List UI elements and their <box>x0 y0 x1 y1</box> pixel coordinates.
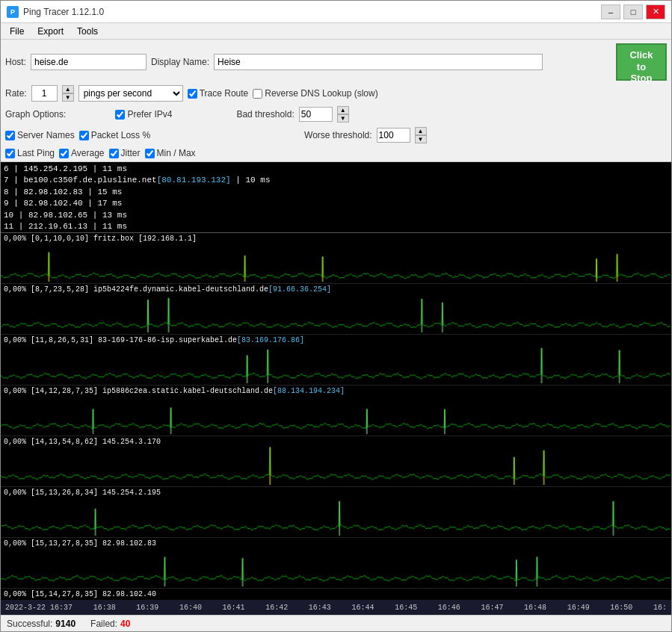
graph-label: 0,00% [15,14,27,8,35] 82.98.102.40 <box>4 590 156 598</box>
title-controls: – □ ✕ <box>601 4 665 19</box>
rate-input[interactable] <box>31 85 58 102</box>
timeline-label: 16: <box>653 604 667 612</box>
rate-spinner: ▲ ▼ <box>62 85 74 102</box>
timeline-bar: 2022-3-22 16:3716:3816:3916:4016:4116:42… <box>1 600 671 615</box>
graphs-container[interactable]: 0,00% [0,1,10,0,10] fritz.box [192.168.1… <box>1 233 671 600</box>
menu-bar: File Export Tools <box>1 23 671 40</box>
title-bar-left: P Ping Tracer 1.12.1.0 <box>7 6 104 18</box>
timeline-label: 16:39 <box>136 604 158 612</box>
graph-row: 0,00% [15,14,27,8,35] 82.98.102.40 <box>1 589 671 600</box>
worse-threshold-input[interactable] <box>377 128 410 143</box>
trace-route-label: Trace Route <box>200 88 249 99</box>
last-ping-label: Last Ping <box>17 148 55 158</box>
graph-row: 0,00% [14,13,54,8,62] 145.254.3.170 <box>1 436 671 487</box>
bad-down-button[interactable]: ▼ <box>337 114 349 123</box>
bad-up-button[interactable]: ▲ <box>337 106 349 114</box>
minimize-button[interactable]: – <box>601 4 620 19</box>
worse-threshold-spinner: ▲ ▼ <box>415 127 427 143</box>
min-max-wrap: Min / Max <box>145 148 196 158</box>
server-names-label: Server Names <box>17 130 75 140</box>
timeline-label: 2022-3-22 16:37 <box>5 604 73 612</box>
timeline-label: 16:46 <box>438 604 460 612</box>
click-to-stop-button[interactable]: Click to Stop <box>616 43 667 81</box>
worse-up-button[interactable]: ▲ <box>415 127 427 135</box>
window-title: Ping Tracer 1.12.1.0 <box>23 7 104 17</box>
jitter-label: Jitter <box>121 148 141 158</box>
graph-row: 0,00% [0,1,10,0,10] fritz.box [192.168.1… <box>1 233 671 284</box>
worse-threshold-label: Worse threshold: <box>304 130 372 140</box>
average-label: Average <box>71 148 104 158</box>
timeline-label: 16:42 <box>265 604 288 612</box>
reverse-dns-label: Reverse DNS Lookup (slow) <box>265 88 377 99</box>
graph-row: 0,00% [15,13,26,8,34] 145.254.2.195 <box>1 487 671 538</box>
min-max-checkbox[interactable] <box>145 149 155 158</box>
graph-label: 0,00% [15,13,27,8,35] 82.98.102.83 <box>4 539 156 548</box>
packet-loss-wrap: Packet Loss % <box>79 130 150 140</box>
failed-value: 40 <box>120 619 130 629</box>
worse-down-button[interactable]: ▼ <box>415 135 427 143</box>
prefer-ipv4-checkbox[interactable] <box>115 110 125 120</box>
successful-label: Successful: <box>7 619 52 629</box>
host-input[interactable] <box>31 54 147 70</box>
graph-row: 0,00% [14,12,28,7,35] ip5886c2ea.static.… <box>1 385 671 436</box>
graph-label: 0,00% [14,13,54,8,62] 145.254.3.170 <box>4 438 161 446</box>
host-label: Host: <box>5 57 26 67</box>
min-max-label: Min / Max <box>157 148 196 158</box>
graph-row: 0,00% [11,8,26,5,31] 83-169-176-86-isp.s… <box>1 335 671 385</box>
toolbar-row-5: Last Ping Average Jitter Min / Max <box>5 148 667 158</box>
pps-select[interactable]: pings per second <box>78 85 183 102</box>
timeline-label: 16:44 <box>351 604 374 612</box>
bad-threshold-spinner: ▲ ▼ <box>337 106 349 123</box>
timeline-label: 16:47 <box>481 604 503 612</box>
menu-tools[interactable]: Tools <box>71 25 104 38</box>
graph-label: 0,00% [15,13,26,8,34] 145.254.2.195 <box>4 489 161 497</box>
toolbar: Host: Display Name: Click to Stop Rate: … <box>1 40 671 162</box>
status-bar: Successful: 9140 Failed: 40 <box>1 615 671 631</box>
bad-threshold-input[interactable] <box>299 107 333 122</box>
trace-route-checkbox[interactable] <box>188 89 197 99</box>
graph-row: 0,00% [8,7,23,5,28] ip5b4224fe.dynamic.k… <box>1 284 671 335</box>
timeline-label: 16:48 <box>524 604 546 612</box>
worse-threshold-row: Worse threshold: ▲ ▼ <box>304 127 427 143</box>
graph-row: 0,00% [15,13,27,8,35] 82.98.102.83 <box>1 538 671 589</box>
rate-down-button[interactable]: ▼ <box>62 93 74 102</box>
toolbar-row-1: Host: Display Name: Click to Stop <box>5 43 667 81</box>
display-input[interactable] <box>214 54 543 70</box>
timeline-label: 16:40 <box>179 604 202 612</box>
rate-up-button[interactable]: ▲ <box>62 85 74 93</box>
average-checkbox[interactable] <box>59 149 69 158</box>
last-ping-checkbox[interactable] <box>5 149 15 158</box>
jitter-checkbox[interactable] <box>109 149 119 158</box>
rate-label: Rate: <box>5 88 27 99</box>
menu-export[interactable]: Export <box>31 25 70 38</box>
timeline-label: 16:45 <box>395 604 417 612</box>
graph-options-label: Graph Options: <box>5 109 66 120</box>
close-button[interactable]: ✕ <box>646 4 665 19</box>
failed-label: Failed: <box>90 619 117 629</box>
toolbar-row-4: Server Names Packet Loss % Worse thresho… <box>5 127 667 143</box>
failed-item: Failed: 40 <box>90 619 130 629</box>
log-area: 6 | 145.254.2.195 | 11 ms7 | be100.c350f… <box>1 162 671 233</box>
server-names-checkbox[interactable] <box>5 131 15 140</box>
menu-file[interactable]: File <box>4 25 30 38</box>
packet-loss-label: Packet Loss % <box>91 130 150 140</box>
reverse-dns-wrap: Reverse DNS Lookup (slow) <box>253 88 377 99</box>
average-wrap: Average <box>59 148 104 158</box>
packet-loss-checkbox[interactable] <box>79 131 89 140</box>
app-icon: P <box>7 6 19 18</box>
display-label: Display Name: <box>151 57 209 67</box>
timeline-labels: 2022-3-22 16:3716:3816:3916:4016:4116:42… <box>4 604 668 612</box>
prefer-ipv4-wrap: Prefer IPv4 <box>115 109 172 120</box>
successful-value: 9140 <box>55 619 75 629</box>
successful-item: Successful: 9140 <box>7 619 75 629</box>
graph-label: 0,00% [8,7,23,5,28] ip5b4224fe.dynamic.k… <box>4 285 331 294</box>
timeline-label: 16:50 <box>610 604 632 612</box>
maximize-button[interactable]: □ <box>623 4 643 19</box>
toolbar-row-2: Rate: ▲ ▼ pings per second Trace Route R… <box>5 85 667 102</box>
timeline-label: 16:41 <box>223 604 245 612</box>
graph-label: 0,00% [11,8,26,5,31] 83-169-176-86-isp.s… <box>4 336 304 344</box>
reverse-dns-checkbox[interactable] <box>253 89 262 99</box>
server-names-wrap: Server Names <box>5 130 75 140</box>
last-ping-wrap: Last Ping <box>5 148 55 158</box>
prefer-ipv4-label: Prefer IPv4 <box>127 109 172 120</box>
